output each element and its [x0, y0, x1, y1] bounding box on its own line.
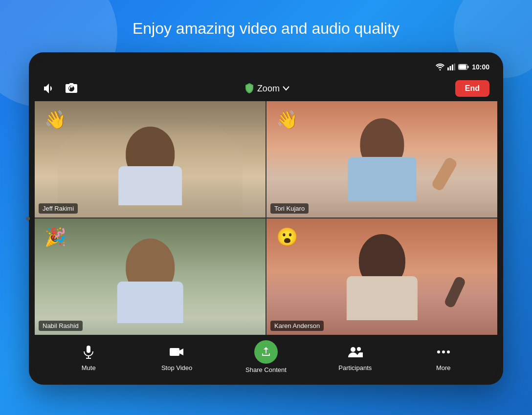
emoji-karen: 😮: [276, 228, 298, 246]
name-tori: Tori Kujaro: [270, 203, 309, 214]
bottom-toolbar: Mute Stop Video: [35, 335, 497, 379]
top-bar: Zoom End: [35, 76, 497, 101]
more-button[interactable]: More: [424, 342, 463, 371]
video-cell-tori: 👋 Tori Kujaro: [266, 101, 497, 218]
video-cell-nabil: 🎉 Nabil Rashid: [35, 218, 266, 335]
svg-point-10: [351, 347, 355, 352]
emoji-tori: 👋: [276, 111, 298, 129]
svg-point-12: [437, 350, 440, 353]
svg-rect-1: [450, 66, 451, 70]
svg-point-14: [447, 350, 450, 353]
speaker-icon[interactable]: [43, 83, 56, 94]
name-karen: Karen Anderson: [270, 321, 324, 331]
video-grid: K73游戏之家.com 👋 Jeff Rakimi: [35, 101, 497, 335]
svg-point-11: [357, 347, 361, 351]
dots-icon: [434, 342, 453, 362]
app-name: Zoom: [257, 84, 280, 94]
tablet-frame: 10:00 Zoom: [29, 52, 503, 385]
svg-point-13: [442, 350, 445, 353]
more-label: More: [436, 364, 451, 371]
video-camera-icon: [167, 342, 187, 362]
svg-rect-2: [452, 65, 453, 70]
video-cell-karen: 😮 Karen Anderson: [266, 218, 497, 335]
participants-label: Participants: [338, 364, 372, 371]
signal-icon: [447, 64, 455, 70]
people-icon: [345, 342, 365, 362]
video-cell-jeff: K73游戏之家.com 👋 Jeff Rakimi: [35, 101, 266, 218]
svg-rect-0: [447, 67, 449, 70]
top-bar-center[interactable]: Zoom: [244, 83, 289, 94]
stop-video-label: Stop Video: [161, 364, 192, 371]
camera-flip-icon[interactable]: [64, 82, 79, 95]
top-bar-left: [43, 82, 79, 95]
end-button[interactable]: End: [455, 80, 489, 97]
microphone-icon: [79, 342, 98, 362]
status-time: 10:00: [472, 63, 489, 71]
stop-video-button[interactable]: Stop Video: [157, 342, 197, 371]
status-bar: 10:00: [35, 58, 497, 76]
share-content-label: Share Content: [245, 366, 287, 373]
chevron-down-icon: [283, 86, 289, 91]
name-nabil: Nabil Rashid: [39, 321, 83, 331]
svg-rect-3: [454, 64, 456, 70]
share-content-button[interactable]: Share Content: [245, 340, 287, 373]
svg-rect-7: [87, 346, 90, 353]
svg-rect-6: [459, 65, 466, 69]
status-icons: 10:00: [436, 63, 489, 71]
participants-button[interactable]: Participants: [335, 342, 375, 371]
share-arrow-icon: [254, 340, 278, 364]
svg-rect-5: [468, 66, 469, 68]
name-jeff: Jeff Rakimi: [39, 203, 78, 214]
page-title: Enjoy amazing video and audio quality: [133, 20, 399, 38]
mute-label: Mute: [82, 364, 96, 371]
emoji-jeff: 👋: [44, 111, 66, 129]
tablet-screen: 10:00 Zoom: [35, 58, 497, 379]
emoji-nabil: 🎉: [44, 228, 66, 246]
zoom-shield-icon: [244, 83, 254, 94]
wifi-icon: [436, 64, 444, 70]
battery-icon: [458, 64, 469, 70]
mute-button[interactable]: Mute: [69, 342, 108, 371]
